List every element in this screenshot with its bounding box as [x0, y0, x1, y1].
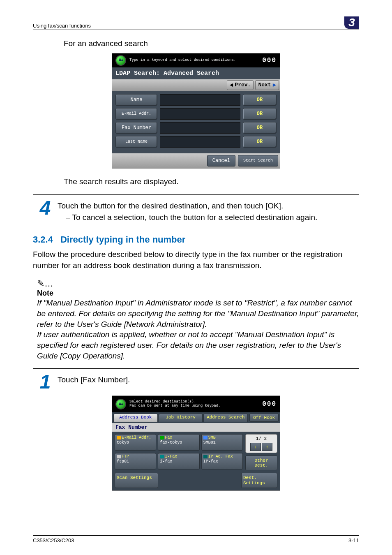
panel-help-text: Type in a keyword and select desired con…: [129, 58, 262, 62]
tab-address-book[interactable]: Address Book: [113, 414, 158, 422]
tab-job-history[interactable]: Job History: [159, 414, 203, 422]
scan-settings-button[interactable]: Scan Settings: [115, 473, 158, 488]
chapter-badge: 3: [344, 16, 359, 29]
fax-destination-panel: AA Select desired destination(s). Fax ca…: [112, 396, 280, 490]
panel-help-text: Select desired destination(s). Fax can b…: [129, 400, 262, 408]
advanced-search-intro: For an advanced search: [64, 38, 359, 49]
field-email-button[interactable]: E-Mail Addr.: [115, 108, 157, 120]
dest-settings-button[interactable]: Dest. Settings: [241, 473, 277, 488]
destination-count: 000: [262, 57, 277, 64]
page-header: Using fax/scan functions 3: [33, 16, 359, 30]
footer-model: C353/C253/C203: [33, 537, 74, 543]
step4-bullet: – To cancel a selection, touch the butto…: [66, 213, 359, 222]
field-faxnumber-input[interactable]: [160, 122, 240, 134]
smb-icon: [203, 436, 208, 439]
step-number-1: 1: [33, 372, 58, 392]
results-displayed-text: The search results are displayed.: [64, 176, 359, 187]
field-faxnumber-button[interactable]: Fax Number: [115, 122, 157, 134]
field-name-button[interactable]: Name: [115, 94, 157, 106]
start-search-button[interactable]: Start Search: [238, 155, 278, 166]
field-lastname-condition[interactable]: OR: [243, 136, 277, 148]
ipfax-icon: [203, 455, 208, 458]
field-lastname-input[interactable]: [160, 136, 240, 148]
note-body-2: If user authentication is applied, wheth…: [37, 329, 359, 361]
other-dest-button[interactable]: Other Dest.: [245, 456, 277, 470]
dest-email-tokyo[interactable]: E-Mail Addr.tokyo: [115, 434, 156, 451]
section-paragraph: Follow the procedure described below to …: [33, 249, 359, 271]
field-faxnumber-condition[interactable]: OR: [243, 122, 277, 134]
step1-instruction: Touch [Fax Number].: [58, 372, 359, 384]
dest-ifax[interactable]: I-Faxi-fax: [158, 453, 199, 469]
dest-ftp01[interactable]: FTPftp01: [115, 453, 156, 469]
step-number-4: 4: [33, 198, 58, 218]
step4-instruction: Touch the button for the desired destina…: [58, 201, 359, 210]
fax-icon: [160, 436, 164, 439]
page-indicator: 1/ 2 ↓ ↑: [245, 434, 277, 453]
off-hook-button[interactable]: Off-Hook: [249, 414, 279, 422]
page-up-button[interactable]: ↑: [262, 443, 272, 451]
header-breadcrumb: Using fax/scan functions: [33, 23, 91, 29]
dest-ipfax[interactable]: IP Ad. FaxIP-fax: [201, 453, 243, 469]
ftp-icon: [117, 455, 121, 458]
mail-icon: [117, 436, 121, 439]
page-count: 1/ 2: [247, 436, 275, 441]
section-number: 3.2.4: [33, 234, 53, 245]
footer-page-number: 3-11: [348, 537, 359, 543]
field-name-condition[interactable]: OR: [243, 94, 277, 106]
page-footer: C353/C253/C203 3-11: [33, 535, 359, 543]
tab-address-search[interactable]: Address Search: [203, 414, 248, 422]
dest-smb01[interactable]: SMBSMB01: [201, 434, 243, 451]
section-title: Directly typing in the number: [60, 234, 185, 245]
note-icon: ✎…: [37, 278, 359, 289]
enlarge-icon[interactable]: AA: [115, 55, 126, 66]
note-body-1: If "Manual Destination Input" in Adminis…: [37, 298, 359, 329]
next-button[interactable]: Next►: [255, 80, 279, 90]
field-lastname-button[interactable]: Last Name: [115, 136, 157, 148]
prev-button[interactable]: ◄Prev.: [227, 80, 254, 90]
cancel-button[interactable]: Cancel: [207, 155, 235, 166]
ifax-icon: [160, 455, 164, 458]
section-heading: 3.2.4Directly typing in the number: [33, 234, 359, 245]
page-down-button[interactable]: ↓: [250, 443, 261, 451]
field-email-condition[interactable]: OR: [243, 108, 277, 120]
field-email-input[interactable]: [160, 108, 240, 120]
panel-title: LDAP Search: Advanced Search: [112, 67, 280, 79]
ldap-search-panel: AA Type in a keyword and select desired …: [112, 53, 280, 168]
fax-number-strip: Fax Number: [112, 423, 280, 432]
enlarge-icon[interactable]: AA: [115, 399, 126, 409]
note-label: Note: [37, 289, 359, 298]
destination-count: 000: [262, 400, 277, 408]
dest-fax-tokyo[interactable]: Faxfax-tokyo: [158, 434, 199, 451]
field-name-input[interactable]: [160, 94, 240, 106]
